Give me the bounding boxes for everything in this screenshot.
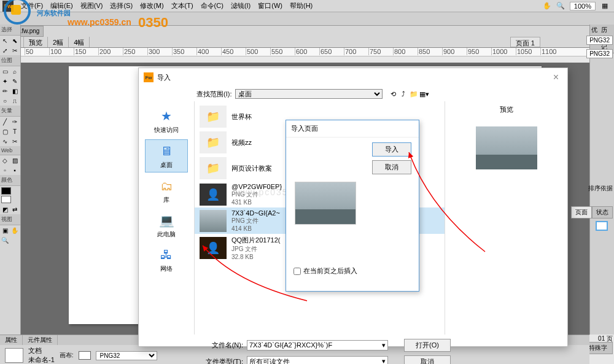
document-view-tabs: 原始 预览 2幅 4幅 页面 1 [0,37,614,48]
brush-tool-icon[interactable]: ✎ [10,76,20,86]
nav-network[interactable]: 🖧 网络 [145,244,188,276]
insert-after-checkbox[interactable] [293,268,301,275]
filetype-combo[interactable]: 所有可读文件 ▾ [247,356,388,364]
folder-icon: 📁 [200,131,227,153]
menu-modify[interactable]: 修改(M) [136,1,168,10]
pencil-tool-icon[interactable]: ✏ [0,86,10,96]
import-page-dialog: 导入页面 导入 取消 在当前页之后插入 [286,120,419,292]
blur-tool-icon[interactable]: ○ [0,96,10,106]
desktop-icon: 🖥 [157,142,176,160]
view-menu-icon[interactable]: ▦▾ [420,90,429,98]
nav-this-pc[interactable]: 💻 此电脑 [145,209,188,241]
cancel-button[interactable]: 取消 [404,355,451,364]
layout-icon[interactable]: ▦ [599,1,610,12]
nav-quick-access[interactable]: ★ 快速访问 [145,105,188,137]
import-thumbnail[interactable] [295,182,356,225]
canvas-color-swatch[interactable] [79,351,91,360]
wand-tool-icon[interactable]: ✦ [0,76,10,86]
toolbox-web-label: Web [0,146,20,155]
toolbox-view-label: 视图 [0,214,20,225]
toolbox-color-label: 颜色 [0,175,20,186]
menu-text[interactable]: 文本(T) [168,1,197,10]
zoom-tool-icon[interactable]: 🔍 [555,1,566,12]
rect-tool-icon[interactable]: ▢ [0,126,10,136]
eraser-tool-icon[interactable]: ◧ [10,86,20,96]
hand-tool-icon[interactable]: ✋ [542,1,553,12]
filename-combo[interactable]: 7X3`4D`GI{A2`}RXCX}%`)F ▾ [247,340,388,350]
doc-name: 未命名-1 [28,355,55,364]
hotspot-tool-icon[interactable]: ◇ [0,155,10,165]
show-slice-icon[interactable]: ▪ [10,165,20,175]
view-preview[interactable]: 预览 [24,37,48,47]
lookup-select[interactable]: 桌面 [235,89,383,99]
zoom-level[interactable]: 100% [570,2,596,10]
toolbox-bitmap-label: 位图 [0,55,20,66]
menu-help[interactable]: 帮助(H) [286,1,316,10]
pen-tool-icon[interactable]: ✑ [10,117,20,126]
folder-icon: 📁 [200,157,227,179]
watermark-number: 0350 [138,15,168,31]
view-4up[interactable]: 4幅 [69,37,90,47]
close-icon[interactable]: × [550,72,562,83]
swap-colors-icon[interactable]: ⇄ [10,204,20,214]
slice-tool-icon[interactable]: ▨ [10,155,20,165]
crop-tool-icon[interactable]: ✂ [10,45,20,55]
up-icon[interactable]: ⤴ [399,90,408,98]
menu-bar: Fw 文件(F) 编辑(E) 视图(V) 选择(S) 修改(M) 文本(T) 命… [0,0,614,12]
sub-cancel-button[interactable]: 取消 [372,160,411,174]
page-thumbnail[interactable] [596,221,608,231]
properties-tab[interactable]: 属性 [0,335,23,345]
view-2up[interactable]: 2幅 [48,37,69,47]
freeform-tool-icon[interactable]: ∿ [0,136,10,146]
folder-icon: 📁 [200,106,227,128]
open-button[interactable]: 打开(O) [404,339,451,352]
nav-library[interactable]: 🗂 库 [145,175,188,207]
hand-icon[interactable]: ✋ [10,225,20,235]
format-select-1[interactable]: PNG32 [586,36,613,45]
symbol-props-tab[interactable]: 元件属性 [23,335,58,345]
right-panel-strip: 优化 历史记 [589,25,614,335]
import-button[interactable]: 导入 [372,142,411,157]
menu-window[interactable]: 窗口(W) [254,1,286,10]
sub-dialog-title: 导入页面 [286,120,419,137]
lasso-tool-icon[interactable]: ⌕ [10,66,20,76]
screen-mode-icon[interactable]: ▣ [0,225,10,235]
pointer-tool-icon[interactable]: ↖ [0,36,10,45]
sort-by-label: 排序依据 [588,184,613,193]
menu-file[interactable]: 文件(F) [17,1,47,10]
image-icon: 👤 [200,237,227,259]
nav-desktop[interactable]: 🖥 桌面 [145,139,188,172]
library-icon: 🗂 [157,177,176,195]
default-colors-icon[interactable]: ◩ [0,204,10,214]
menu-command[interactable]: 命令(C) [197,1,227,10]
preview-image [476,126,537,169]
page-label[interactable]: 页面 1 [510,37,540,47]
line-tool-icon[interactable]: ╱ [0,117,10,126]
image-icon [200,210,227,232]
menu-view[interactable]: 视图(V) [77,1,107,10]
back-icon[interactable]: ⟲ [389,90,397,98]
subselect-tool-icon[interactable]: ⬉ [10,36,20,45]
page-state-tabs: 页面 状态 [571,206,613,219]
marquee-tool-icon[interactable]: ▭ [0,66,10,76]
format-select-2[interactable]: PNG32 [586,49,613,58]
fill-swatch[interactable] [1,196,11,203]
hide-slice-icon[interactable]: ▫ [0,165,10,175]
scale-tool-icon[interactable]: ⤢ [0,45,10,55]
knife-tool-icon[interactable]: ✂ [10,136,20,146]
menu-filter[interactable]: 滤镜(I) [227,1,254,10]
dialog-title: 导入 [157,73,171,82]
text-tool-icon[interactable]: T [10,126,20,136]
pages-tab[interactable]: 页面 [571,206,592,219]
menu-edit[interactable]: 编辑(E) [47,1,77,10]
zoom-icon[interactable]: 🔍 [0,235,10,245]
menu-select[interactable]: 选择(S) [106,1,136,10]
stroke-swatch[interactable] [1,187,11,195]
preview-title: 预览 [449,105,564,114]
filename-label: 文件名(N): [196,341,243,350]
new-folder-icon[interactable]: 📁 [410,90,418,98]
stamp-tool-icon[interactable]: ⎍ [10,96,20,106]
states-tab[interactable]: 状态 [592,206,613,219]
image-icon: 👤 [200,184,227,206]
toolbox-select-label: 选择 [0,25,20,36]
